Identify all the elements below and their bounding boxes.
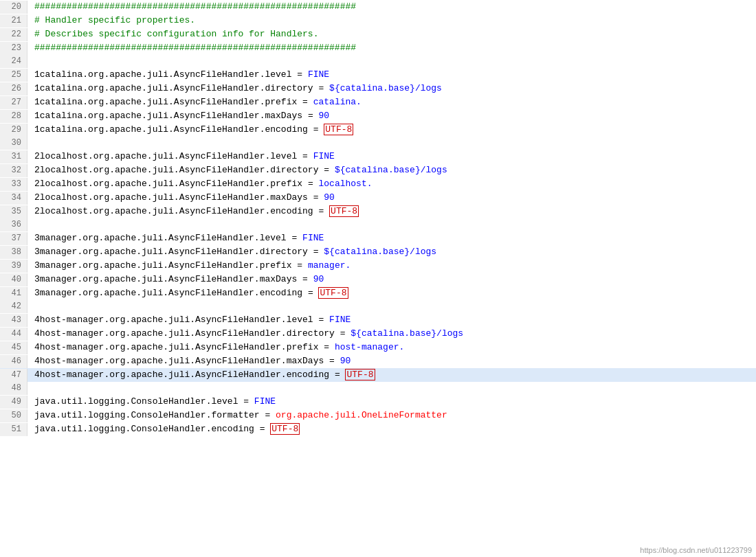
- line-content: 3manager.org.apache.juli.AsyncFileHandle…: [27, 245, 436, 258]
- line-content: 3manager.org.apache.juli.AsyncFileHandle…: [27, 259, 351, 272]
- line-content: 4host-manager.org.apache.juli.AsyncFileH…: [27, 354, 351, 367]
- line-content: ########################################…: [27, 0, 356, 13]
- line-number: 21: [0, 14, 27, 27]
- line-number: 45: [0, 341, 27, 354]
- code-line: 413manager.org.apache.juli.AsyncFileHand…: [0, 286, 756, 300]
- line-number: 28: [0, 110, 27, 123]
- line-content: 2localhost.org.apache.juli.AsyncFileHand…: [27, 205, 359, 218]
- code-line: 464host-manager.org.apache.juli.AsyncFil…: [0, 354, 756, 368]
- line-content: # Handler specific properties.: [27, 14, 195, 27]
- watermark: https://blog.csdn.net/u011223799: [640, 546, 752, 554]
- code-line: 444host-manager.org.apache.juli.AsyncFil…: [0, 327, 756, 341]
- line-content: 1catalina.org.apache.juli.AsyncFileHandl…: [27, 95, 362, 109]
- line-content: 4host-manager.org.apache.juli.AsyncFileH…: [27, 313, 351, 326]
- code-line: 312localhost.org.apache.juli.AsyncFileHa…: [0, 150, 756, 163]
- line-content: 2localhost.org.apache.juli.AsyncFileHand…: [27, 163, 447, 177]
- line-number: 39: [0, 260, 27, 273]
- line-number: 33: [0, 178, 27, 191]
- line-content: 1catalina.org.apache.juli.AsyncFileHandl…: [27, 82, 442, 95]
- code-line: 393manager.org.apache.juli.AsyncFileHand…: [0, 259, 756, 273]
- line-content: # Describes specific configuration info …: [27, 27, 318, 41]
- code-line: 30: [0, 137, 756, 150]
- line-number: 41: [0, 287, 27, 300]
- line-content: java.util.logging.ConsoleHandler.encodin…: [27, 422, 300, 435]
- line-number: 48: [0, 382, 27, 395]
- line-content: 2localhost.org.apache.juli.AsyncFileHand…: [27, 177, 373, 190]
- line-number: 49: [0, 396, 27, 409]
- code-line: 373manager.org.apache.juli.AsyncFileHand…: [0, 231, 756, 245]
- code-line: 23######################################…: [0, 41, 756, 55]
- line-number: 35: [0, 205, 27, 218]
- code-line: 403manager.org.apache.juli.AsyncFileHand…: [0, 273, 756, 286]
- line-content: 3manager.org.apache.juli.AsyncFileHandle…: [27, 286, 348, 299]
- line-number: 20: [0, 1, 27, 14]
- line-content: 3manager.org.apache.juli.AsyncFileHandle…: [27, 231, 324, 245]
- line-content: java.util.logging.ConsoleHandler.formatt…: [27, 409, 447, 422]
- line-content: 3manager.org.apache.juli.AsyncFileHandle…: [27, 273, 324, 286]
- line-number: 27: [0, 96, 27, 109]
- code-line: 352localhost.org.apache.juli.AsyncFileHa…: [0, 205, 756, 218]
- code-line: 251catalina.org.apache.juli.AsyncFileHan…: [0, 68, 756, 82]
- line-content: 1catalina.org.apache.juli.AsyncFileHandl…: [27, 123, 353, 136]
- line-content: 4host-manager.org.apache.juli.AsyncFileH…: [27, 368, 375, 381]
- code-line: 474host-manager.org.apache.juli.AsyncFil…: [0, 368, 756, 382]
- code-line: 332localhost.org.apache.juli.AsyncFileHa…: [0, 177, 756, 191]
- line-number: 50: [0, 409, 27, 422]
- code-line: 434host-manager.org.apache.juli.AsyncFil…: [0, 313, 756, 327]
- line-content: 4host-manager.org.apache.juli.AsyncFileH…: [27, 327, 463, 340]
- code-line: 261catalina.org.apache.juli.AsyncFileHan…: [0, 82, 756, 95]
- line-number: 44: [0, 328, 27, 341]
- line-number: 31: [0, 150, 27, 163]
- line-content: ########################################…: [27, 41, 356, 54]
- code-line: 281catalina.org.apache.juli.AsyncFileHan…: [0, 109, 756, 123]
- code-editor: 20######################################…: [0, 0, 756, 557]
- line-number: 51: [0, 423, 27, 436]
- line-number: 32: [0, 164, 27, 177]
- line-content: 4host-manager.org.apache.juli.AsyncFileH…: [27, 341, 404, 354]
- line-number: 46: [0, 355, 27, 368]
- line-content: 2localhost.org.apache.juli.AsyncFileHand…: [27, 191, 335, 204]
- line-number: 22: [0, 28, 27, 41]
- code-line: 24: [0, 55, 756, 68]
- code-line: 36: [0, 218, 756, 231]
- code-line: 22# Describes specific configuration inf…: [0, 27, 756, 41]
- line-content: 2localhost.org.apache.juli.AsyncFileHand…: [27, 150, 335, 163]
- line-content: java.util.logging.ConsoleHandler.level =…: [27, 395, 276, 408]
- line-number: 26: [0, 82, 27, 95]
- line-content: 1catalina.org.apache.juli.AsyncFileHandl…: [27, 68, 329, 81]
- code-line: 291catalina.org.apache.juli.AsyncFileHan…: [0, 123, 756, 137]
- code-line: 20######################################…: [0, 0, 756, 14]
- code-line: 51java.util.logging.ConsoleHandler.encod…: [0, 422, 756, 436]
- line-number: 42: [0, 300, 27, 313]
- code-line: 383manager.org.apache.juli.AsyncFileHand…: [0, 245, 756, 259]
- line-number: 37: [0, 232, 27, 245]
- code-line: 271catalina.org.apache.juli.AsyncFileHan…: [0, 95, 756, 109]
- line-number: 24: [0, 55, 27, 68]
- line-number: 47: [0, 369, 27, 382]
- line-number: 38: [0, 246, 27, 259]
- code-line: 42: [0, 300, 756, 313]
- line-number: 23: [0, 42, 27, 55]
- code-line: 49java.util.logging.ConsoleHandler.level…: [0, 395, 756, 409]
- code-line: 48: [0, 382, 756, 395]
- line-number: 34: [0, 192, 27, 205]
- code-line: 21# Handler specific properties.: [0, 14, 756, 27]
- code-line: 322localhost.org.apache.juli.AsyncFileHa…: [0, 163, 756, 177]
- line-number: 43: [0, 314, 27, 327]
- code-line: 342localhost.org.apache.juli.AsyncFileHa…: [0, 191, 756, 205]
- line-number: 40: [0, 273, 27, 286]
- line-number: 29: [0, 124, 27, 137]
- line-number: 36: [0, 218, 27, 231]
- code-line: 454host-manager.org.apache.juli.AsyncFil…: [0, 341, 756, 354]
- code-line: 50java.util.logging.ConsoleHandler.forma…: [0, 409, 756, 422]
- line-number: 25: [0, 69, 27, 82]
- line-number: 30: [0, 137, 27, 150]
- line-content: 1catalina.org.apache.juli.AsyncFileHandl…: [27, 109, 329, 122]
